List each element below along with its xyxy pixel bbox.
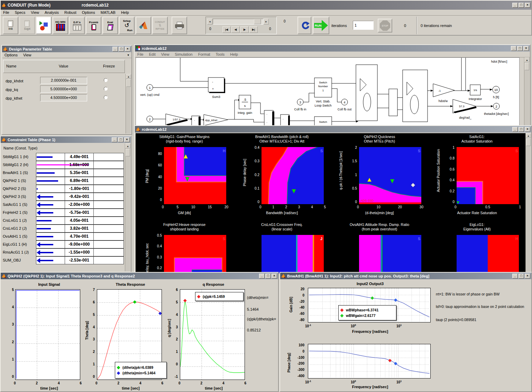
freeze-radio[interactable] bbox=[104, 78, 108, 82]
constraint-vscrollbar[interactable]: ▲ bbox=[125, 144, 130, 271]
menu-analysis[interactable]: Analysis bbox=[45, 10, 59, 15]
main-title-bar[interactable]: CONDUIT (Run Mode) rcdemoLab12 _ □ × bbox=[1, 1, 531, 10]
hqmin-button[interactable]: HQ MIN bbox=[53, 17, 68, 34]
menu-tools[interactable]: Tools bbox=[216, 52, 225, 56]
minimize-button[interactable]: _ bbox=[112, 137, 117, 142]
dps-button[interactable]: D.P.'s bbox=[69, 17, 85, 34]
input-signal-plot[interactable] bbox=[15, 289, 80, 380]
constraint-row[interactable]: StbMgG1 1 (H) 4.49e-001 bbox=[2, 153, 124, 161]
menu-specs[interactable]: Specs bbox=[15, 10, 26, 15]
spec-plot-frqheh2[interactable]: FrqHeH2:Heave responseshipboard landing … bbox=[136, 222, 233, 273]
plot-shapes-button[interactable] bbox=[36, 17, 52, 34]
goto-first-button[interactable]: |◀ bbox=[222, 26, 231, 33]
spec-plot-crslng1[interactable]: CrsLnG1:Crossover Freq.(linear scale) X … bbox=[233, 222, 331, 273]
menu-edit[interactable]: Edit bbox=[149, 52, 156, 56]
slider-left-arrow[interactable]: ◄ bbox=[207, 19, 212, 25]
setup-run-button[interactable]: Setup ↺ Run bbox=[119, 17, 135, 34]
scroll-up-icon[interactable]: ▲ bbox=[126, 74, 131, 79]
matlab-button[interactable] bbox=[136, 17, 151, 34]
menu-options[interactable]: Options bbox=[82, 10, 95, 15]
close-button[interactable]: × bbox=[525, 127, 530, 132]
spec-plot-eiglcg1[interactable]: EigLcG1:Eigenvalues (All) H bbox=[428, 222, 526, 273]
constraint-row[interactable]: EigLcG1 1 (H) -9.00e+000 bbox=[2, 240, 124, 248]
menu-file[interactable]: File bbox=[137, 52, 144, 56]
menu-matlab[interactable]: MATLAB bbox=[101, 10, 116, 15]
simulink-vscrollbar[interactable]: ▲ bbox=[524, 57, 529, 127]
maximize-button[interactable]: □ bbox=[517, 46, 523, 51]
constraint-row[interactable]: SatAcG1 1 (S) -2.00e+000 bbox=[2, 201, 124, 209]
constraint-row[interactable]: QikPiH2 1 (S) 6.89e-001 bbox=[2, 177, 124, 185]
goto-last-button[interactable]: ▶| bbox=[249, 26, 258, 33]
param-value-field[interactable]: 4.500000e+000 bbox=[40, 94, 87, 101]
qik-title-bar[interactable]: QikPiH2 (QikPiH2 1): Input Signal1 Theta… bbox=[1, 273, 278, 279]
menu-options[interactable]: Options bbox=[4, 53, 18, 57]
conduit-riptide-button[interactable]: CONDUIT \\ RIPTIDE bbox=[152, 17, 168, 34]
slider-thumb[interactable] bbox=[254, 19, 261, 24]
scroll-thumb[interactable] bbox=[525, 63, 529, 70]
constraint-row[interactable]: CrsLnG1 2 (J) 3.82e-001 bbox=[2, 225, 124, 233]
minimize-button[interactable]: _ bbox=[512, 127, 518, 132]
menu-view[interactable]: View bbox=[31, 10, 39, 15]
slider-right-arrow[interactable]: ► bbox=[264, 19, 269, 25]
constraint-row[interactable]: OvsAtH1 1 (S) 4.70e-001 bbox=[2, 233, 124, 240]
maximize-button[interactable]: □ bbox=[265, 274, 271, 279]
minimize-button[interactable]: _ bbox=[112, 47, 118, 52]
minimize-button[interactable]: _ bbox=[259, 274, 265, 279]
menu-help[interactable]: Help bbox=[121, 10, 129, 15]
slider-track[interactable] bbox=[213, 19, 263, 25]
spec-plot-ovsath1[interactable]: OvsAtH1:Attitude Resp. Damp. Ratio(from … bbox=[331, 222, 428, 273]
maximize-button[interactable]: □ bbox=[119, 47, 124, 52]
close-button[interactable]: × bbox=[125, 47, 130, 52]
simulink-title-bar[interactable]: rcdemoLab12 _ □ × bbox=[135, 45, 530, 52]
scroll-thumb[interactable] bbox=[126, 79, 131, 87]
constraint-row[interactable]: QikPiH2 2 (S) -1.80e-001 bbox=[2, 185, 124, 193]
scroll-up-icon[interactable]: ▲ bbox=[526, 133, 531, 138]
freeze-radio[interactable] bbox=[104, 95, 108, 99]
minimize-button[interactable]: _ bbox=[512, 274, 518, 279]
q-response-plot[interactable] bbox=[180, 289, 245, 380]
print-button[interactable] bbox=[172, 17, 187, 34]
init-button[interactable]: Init bbox=[3, 17, 18, 34]
run-button[interactable]: RUN bbox=[313, 17, 329, 34]
step-back-button[interactable]: ◀ bbox=[231, 26, 240, 33]
menu-help[interactable]: Help bbox=[230, 52, 238, 56]
constraint-row[interactable]: BnwAtH1 1 (S) 5.35e-001 bbox=[2, 169, 124, 177]
param-value-field[interactable]: 2.000000e-001 bbox=[40, 77, 87, 84]
constraint-row[interactable]: CrsLnG1 1 (J) 4.05e-001 bbox=[2, 217, 124, 225]
close-button[interactable]: × bbox=[525, 3, 530, 8]
constraint-title-bar[interactable]: Constraint Table (Phase 1) _ □ × bbox=[1, 136, 131, 143]
phase-plot[interactable] bbox=[308, 344, 431, 379]
scroll-thumb[interactable] bbox=[126, 149, 130, 156]
spec-vscrollbar[interactable]: ▲ bbox=[525, 133, 531, 273]
constraint-row[interactable]: FrqHeH2 1 (S) -5.75e-001 bbox=[2, 209, 124, 217]
menu-simulation[interactable]: Simulation bbox=[175, 52, 192, 56]
param-value-field[interactable]: 5.000000e+000 bbox=[40, 85, 87, 93]
scroll-up-icon[interactable]: ▲ bbox=[524, 57, 530, 62]
close-button[interactable]: × bbox=[272, 274, 277, 279]
constraint-row[interactable]: SUM_OBJ -2.53e-001 bbox=[2, 256, 124, 264]
spec-title-bar[interactable]: rcdemoLab12 _ □ × bbox=[135, 126, 531, 133]
minimize-button[interactable]: _ bbox=[511, 46, 516, 51]
minimize-button[interactable]: _ bbox=[512, 3, 518, 8]
menu-view[interactable]: View bbox=[23, 53, 31, 57]
constraint-row[interactable]: QikPiH2 3 (S) -9.42e-001 bbox=[2, 193, 124, 201]
menu-file[interactable]: File bbox=[3, 10, 9, 15]
menu-format[interactable]: Format bbox=[198, 52, 210, 56]
design-title-bar[interactable]: Design Parameter Table _ □ × bbox=[2, 46, 131, 52]
maximize-button[interactable]: □ bbox=[519, 274, 524, 279]
close-button[interactable]: × bbox=[523, 46, 529, 51]
close-button[interactable]: × bbox=[525, 274, 530, 279]
pcomb-button[interactable]: Pcomb bbox=[86, 17, 101, 34]
eval-button[interactable]: Eval bbox=[102, 17, 118, 34]
step-forward-button[interactable]: ▶ bbox=[240, 26, 249, 33]
spec-plot-qikpih2[interactable]: QikPiH2:QuicknessOther MTEs (Pitch) q-pk… bbox=[331, 135, 428, 221]
design-vscrollbar[interactable]: ▲ bbox=[126, 74, 131, 134]
maximize-button[interactable]: □ bbox=[519, 3, 524, 8]
bnw-title-bar[interactable]: BnwAtH1 (BnwAtH1 1): Input2: pitch att c… bbox=[280, 273, 531, 279]
close-button[interactable]: × bbox=[124, 137, 130, 142]
menu-view[interactable]: View bbox=[161, 52, 169, 56]
spec-plot-stbmgg1[interactable]: StbMgG1: Gain/Phase Margins(rigid-body f… bbox=[136, 135, 233, 221]
maximize-button[interactable]: □ bbox=[519, 127, 524, 132]
spec-plot-bnwath1[interactable]: BnwAtH1:Bandwidth (pitch & roll)Other MT… bbox=[233, 135, 331, 221]
scroll-thumb[interactable] bbox=[526, 138, 531, 146]
